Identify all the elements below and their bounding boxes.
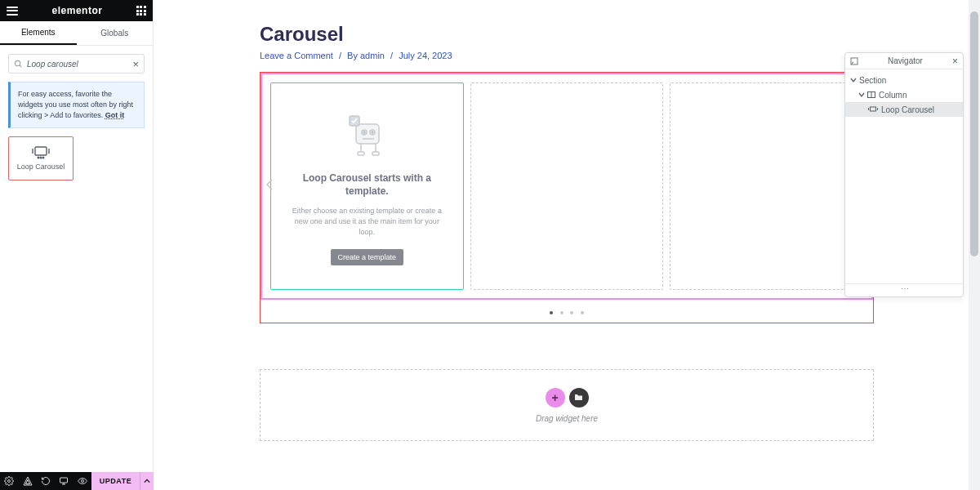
pagination-dot[interactable] (550, 311, 553, 314)
post-meta: Leave a Comment / By admin / July 24, 20… (260, 51, 874, 60)
empty-template-illustration (338, 111, 395, 160)
bottom-panel: UPDATE (0, 472, 154, 490)
clear-search-icon[interactable]: × (132, 58, 139, 70)
responsive-icon[interactable] (55, 472, 73, 490)
svg-point-8 (8, 480, 11, 483)
carousel-slide-1[interactable]: Loop Carousel starts with a template. Ei… (270, 82, 464, 290)
panel-tabs: Elements Globals (0, 21, 153, 46)
svg-rect-9 (60, 478, 68, 483)
history-icon[interactable] (37, 472, 55, 490)
search-icon (14, 60, 23, 69)
favorites-tip: For easy access, favorite the widgets yo… (8, 82, 145, 128)
carousel-slide-3[interactable] (670, 82, 863, 290)
create-template-button[interactable]: Create a template (331, 249, 404, 265)
navigator-panel[interactable]: Navigator × Section Column Loop Carousel… (844, 52, 964, 297)
tree-section[interactable]: Section (845, 73, 963, 87)
chevron-left-icon (265, 179, 274, 190)
svg-point-17 (372, 131, 373, 132)
widget-search[interactable]: × (8, 54, 145, 74)
page-title: Carousel (260, 23, 874, 46)
by-text: By (347, 51, 358, 60)
svg-point-7 (42, 157, 44, 158)
loop-carousel-icon (32, 146, 50, 159)
post-container: Carousel Leave a Comment / By admin / Ju… (260, 23, 874, 441)
navigator-close-icon[interactable]: × (952, 56, 958, 67)
section-wrapper[interactable]: Loop Carousel starts with a template. Ei… (260, 72, 874, 323)
scrollbar-thumb[interactable] (970, 11, 978, 256)
navigator-resize-handle[interactable]: ⋯ (845, 283, 963, 296)
navigator-tree: Section Column Loop Carousel (845, 69, 963, 283)
svg-rect-13 (356, 124, 379, 144)
tab-elements[interactable]: Elements (0, 21, 77, 45)
tip-got-it[interactable]: Got it (105, 111, 125, 119)
apps-grid-icon[interactable] (136, 6, 146, 16)
tab-globals[interactable]: Globals (77, 21, 154, 45)
pagination-dot[interactable] (570, 311, 573, 314)
slide-description: Either choose an existing template or cr… (286, 206, 448, 238)
dropzone-label: Drag widget here (536, 414, 598, 423)
svg-rect-22 (358, 152, 364, 155)
preview-icon[interactable] (73, 472, 91, 490)
svg-point-6 (40, 157, 42, 158)
svg-point-12 (81, 480, 83, 483)
add-section-dropzone[interactable]: + Drag widget here (260, 369, 874, 441)
carousel-slide-2[interactable] (470, 82, 664, 290)
chevron-up-icon (144, 478, 150, 484)
update-dropdown-caret[interactable] (140, 472, 154, 490)
sidebar-header: elementor (0, 0, 153, 21)
widget-loop-carousel[interactable]: Loop Carousel (8, 136, 74, 180)
loop-carousel-tree-icon (868, 106, 878, 113)
svg-rect-27 (871, 107, 876, 111)
author-link[interactable]: admin (360, 51, 385, 60)
elementor-sidebar: elementor Elements Globals × For easy ac… (0, 0, 154, 490)
folder-icon (574, 394, 583, 401)
navigator-title: Navigator (858, 56, 952, 65)
svg-point-5 (38, 157, 39, 158)
update-button[interactable]: UPDATE (91, 472, 140, 490)
widget-label: Loop Carousel (17, 163, 65, 172)
logo: elementor (52, 5, 103, 16)
carousel-pagination[interactable] (261, 303, 873, 318)
dock-icon[interactable] (850, 57, 858, 65)
hamburger-menu-icon[interactable] (7, 7, 18, 16)
pagination-dot[interactable] (581, 311, 584, 314)
tree-column[interactable]: Column (845, 87, 963, 102)
svg-point-16 (363, 131, 365, 132)
add-template-button[interactable] (569, 388, 589, 408)
search-input[interactable] (27, 60, 132, 69)
navigator-header[interactable]: Navigator × (845, 53, 963, 69)
svg-point-0 (15, 60, 20, 65)
tree-loop-carousel[interactable]: Loop Carousel (845, 102, 963, 117)
leave-comment-link[interactable]: Leave a Comment (260, 51, 333, 60)
loop-carousel-widget[interactable]: Loop Carousel starts with a template. Ei… (261, 73, 873, 300)
canvas-scrollbar[interactable] (969, 0, 980, 490)
post-date[interactable]: July 24, 2023 (399, 51, 452, 60)
dropzone-controls: + (546, 388, 589, 408)
column-icon (867, 91, 875, 98)
svg-rect-23 (372, 152, 379, 155)
chevron-down-icon (850, 77, 857, 83)
pagination-dot[interactable] (560, 311, 564, 314)
chevron-down-icon (858, 91, 865, 98)
settings-icon[interactable] (0, 472, 18, 490)
slide-heading: Loop Carousel starts with a template. (286, 172, 448, 198)
revisions-icon[interactable] (18, 472, 36, 490)
svg-line-1 (20, 65, 21, 66)
svg-rect-2 (35, 147, 47, 155)
carousel-prev-button[interactable] (265, 179, 274, 194)
add-section-button[interactable]: + (546, 388, 565, 408)
